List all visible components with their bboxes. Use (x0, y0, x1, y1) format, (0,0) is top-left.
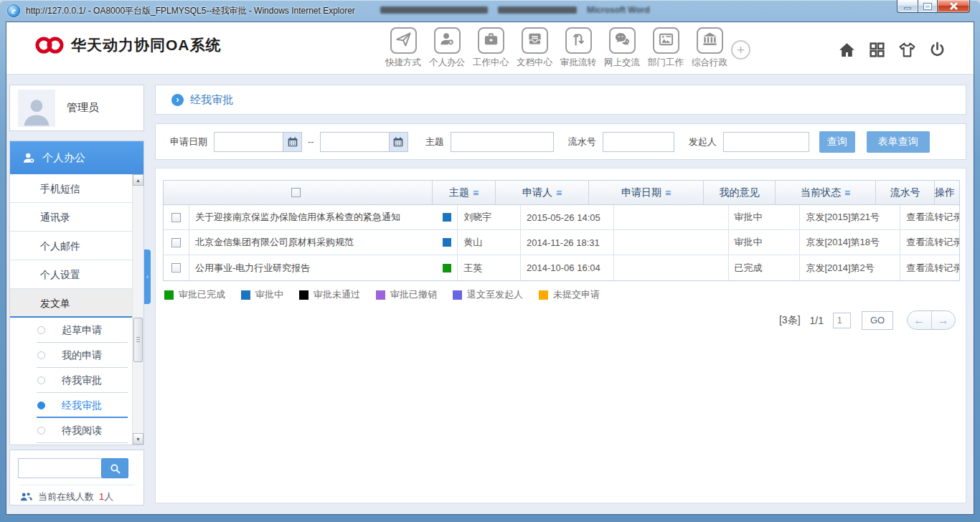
approval-table: 主题 ≡ 申请人 ≡ 申请日期 ≡ (163, 180, 960, 281)
maximize-icon (924, 4, 931, 9)
table-row[interactable]: 北京金信集团有限公司原材料采购规范 黄山 2014-11-26 18:31 审批… (164, 230, 959, 255)
app-header: 华天动力协同OA系统 快捷方式 个人办公 工作中心 文档中心 (6, 22, 974, 75)
table-header-cell[interactable]: 操作 (935, 181, 955, 204)
sidebar-submenu-item[interactable]: 待我阅读 (10, 418, 132, 443)
subject-input[interactable] (451, 132, 554, 152)
table-header-cell[interactable]: 主题 ≡ (433, 181, 496, 204)
theme-shirt-icon[interactable] (898, 41, 916, 59)
row-opinion (614, 205, 729, 229)
minimize-button[interactable] (897, 0, 918, 13)
close-button[interactable] (938, 0, 970, 13)
top-nav-label: 个人办公 (429, 57, 465, 69)
sidebar-scrollbar[interactable]: ▲ ▼ (132, 174, 143, 445)
paper-plane-icon (390, 27, 417, 54)
date-to-calendar-button[interactable] (389, 132, 408, 152)
sidebar-search-button[interactable] (101, 458, 128, 478)
legend-label: 审批未通过 (314, 288, 360, 301)
sort-icon[interactable]: ≡ (556, 187, 562, 199)
row-subject-link[interactable]: 关于迎接南京保监办保险信用体系检查的紧急通知 (195, 211, 438, 224)
maximize-button[interactable] (918, 0, 938, 13)
legend-label: 审批已撤销 (390, 288, 437, 301)
legend-item: 审批已撤销 (376, 288, 437, 301)
select-all-checkbox[interactable] (291, 188, 301, 197)
top-nav-label: 综合行政 (692, 57, 727, 69)
top-nav-item[interactable]: 综合行政 (689, 27, 730, 69)
sort-icon[interactable]: ≡ (665, 187, 671, 199)
row-checkbox[interactable] (171, 213, 181, 222)
view-flow-record-link[interactable]: 查看流转记录 (906, 211, 959, 224)
row-checkbox[interactable] (171, 238, 181, 247)
title-bar[interactable]: e http://127.0.0.1/ - OA8000平台版_FPLMYSQL… (0, 0, 980, 22)
view-flow-record-link[interactable]: 查看流转记录 (906, 236, 959, 249)
sidebar-menu-item[interactable]: 通讯录 (10, 203, 132, 232)
sidebar-search-input[interactable] (18, 458, 101, 478)
home-icon[interactable] (838, 41, 856, 59)
initiator-input[interactable] (723, 132, 809, 152)
sidebar-menu-item[interactable]: 手机短信 (10, 174, 132, 203)
view-flow-record-link[interactable]: 查看流转记录 (906, 262, 959, 275)
legend-label: 退文至发起人 (467, 288, 523, 301)
sidebar-submenu-item[interactable]: 起草申请 (10, 318, 132, 343)
top-nav-item[interactable]: 快捷方式 (382, 27, 424, 69)
date-from-calendar-button[interactable] (283, 132, 302, 152)
logo-rings-icon (34, 34, 65, 56)
table-header-cell[interactable]: 当前状态 ≡ (776, 181, 876, 204)
scroll-down-arrow-icon[interactable]: ▼ (133, 433, 143, 445)
top-nav-item[interactable]: 部门工作 (645, 27, 687, 69)
top-nav-item[interactable]: 审批流转 (557, 27, 599, 69)
top-nav-item[interactable]: 个人办公 (426, 27, 468, 69)
top-nav-label: 审批流转 (560, 57, 596, 69)
scrollbar-thumb[interactable] (133, 318, 143, 362)
app-logo[interactable]: 华天动力协同OA系统 (34, 34, 222, 56)
form-query-button[interactable]: 表单查询 (867, 131, 930, 153)
sort-icon[interactable]: ≡ (844, 187, 850, 199)
row-serial: 京发[2014]第18号 (800, 230, 900, 255)
add-shortcut-button[interactable]: + (731, 40, 750, 60)
ie-logo-icon: e (7, 4, 20, 17)
person-silhouette-icon (21, 95, 52, 127)
legend-item: 审批中 (241, 288, 283, 301)
sidebar-submenu-item[interactable]: 我的申请 (10, 343, 132, 368)
table-row[interactable]: 公用事业-电力行业研究报告 王英 2014-10-06 16:04 已完成 京发… (164, 255, 959, 280)
radio-bullet-icon (37, 326, 45, 334)
top-nav-item[interactable]: 文档中心 (514, 27, 555, 69)
sidebar-section-personal-office[interactable]: 个人办公 (10, 141, 143, 174)
scroll-up-arrow-icon[interactable]: ▲ (133, 174, 143, 186)
sort-icon[interactable]: ≡ (473, 187, 479, 199)
date-from-input[interactable] (214, 132, 283, 152)
row-status: 审批中 (729, 230, 801, 255)
query-button[interactable]: 查询 (819, 131, 855, 153)
date-to-input[interactable] (320, 132, 389, 152)
sidebar-menu-item[interactable]: 个人设置 (10, 260, 132, 289)
column-label: 申请人 (522, 186, 552, 199)
prev-page-button[interactable]: ← (908, 311, 932, 329)
top-nav-item[interactable]: 网上交流 (601, 27, 643, 69)
row-date: 2015-05-26 14:05 (521, 205, 614, 229)
row-subject-link[interactable]: 公用事业-电力行业研究报告 (195, 262, 438, 275)
go-button[interactable]: GO (862, 311, 893, 330)
row-subject-link[interactable]: 北京金信集团有限公司原材料采购规范 (195, 236, 438, 249)
top-nav-item[interactable]: 工作中心 (470, 27, 512, 69)
sidebar-menu-item[interactable]: 发文单 (10, 289, 132, 318)
top-nav-label: 快捷方式 (385, 57, 421, 69)
table-header-cell[interactable]: 申请人 ≡ (496, 181, 589, 204)
sidebar-collapse-handle[interactable]: ‹ (144, 250, 151, 304)
sidebar-submenu-item[interactable]: 经我审批 (10, 393, 132, 418)
legend-item: 审批未通过 (299, 288, 360, 301)
apps-grid-icon[interactable] (868, 41, 886, 59)
power-icon[interactable] (928, 41, 946, 59)
row-checkbox[interactable] (171, 263, 181, 272)
serial-input[interactable] (603, 132, 674, 152)
sidebar-menu-item[interactable]: 个人邮件 (10, 232, 132, 260)
table-header-cell[interactable] (164, 181, 433, 204)
chat-bubbles-icon (609, 27, 636, 54)
legend-color-swatch (539, 290, 548, 300)
table-header-cell[interactable]: 申请日期 ≡ (589, 181, 704, 204)
sidebar-submenu-item[interactable]: 待我审批 (10, 368, 132, 393)
page-number-input[interactable] (833, 313, 851, 328)
next-page-button[interactable]: → (932, 311, 956, 329)
table-header-cell[interactable]: 流水号 (876, 181, 935, 204)
table-row[interactable]: 关于迎接南京保监办保险信用体系检查的紧急通知 刘晓宇 2015-05-26 14… (164, 205, 959, 230)
page-title: 经我审批 (190, 93, 233, 107)
table-header-cell[interactable]: 我的意见 (704, 181, 776, 204)
